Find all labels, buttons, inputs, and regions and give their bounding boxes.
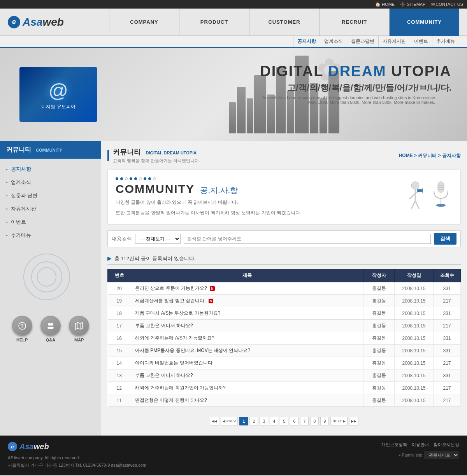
- subnav-공지사항[interactable]: 공지사항: [293, 36, 320, 47]
- qa-icon-btn[interactable]: Q&A: [40, 316, 61, 342]
- page-last[interactable]: ▶▶: [349, 417, 358, 425]
- svg-point-9: [411, 182, 419, 189]
- table-row: 19 세금계산서를 발급 받고 싶습니다. N 홍길동 2008.10.15 2…: [108, 295, 461, 307]
- post-title-link[interactable]: 부품 교환은 어디서 하나요?: [135, 323, 193, 328]
- post-title-link[interactable]: 아사웹 PMP를사용 중인데요. MOV는 재생이 안되나요?: [135, 348, 250, 353]
- community-title: COMMUNITY: [116, 182, 195, 195]
- bullet-icon: •: [6, 167, 8, 172]
- table-row: 12 해외에 거주하는데 회원가입이 가능합니까? 홍길동 2008.10.15…: [108, 382, 461, 394]
- post-title-link[interactable]: 제품 구매시 A/S는 무상으로 가능한가요?: [135, 310, 220, 316]
- cell-num: 15: [108, 345, 131, 357]
- page-4[interactable]: 4: [270, 417, 278, 425]
- svg-line-11: [409, 193, 415, 199]
- hero-screen: @ 디지털 유토피아: [19, 67, 97, 122]
- cell-title[interactable]: 해외에 거주하는데 회원가입이 가능합니까?: [131, 382, 363, 394]
- nav-product[interactable]: PRODUCT: [179, 9, 249, 36]
- map-icon-btn[interactable]: MAP: [69, 316, 89, 342]
- family-site-select[interactable]: 관련사이트 Asaweb Partner1 Partner2: [425, 451, 459, 459]
- nav-community[interactable]: COMMUNITY: [389, 9, 459, 36]
- subnav-업계소식[interactable]: 업계소식: [320, 36, 347, 47]
- cell-title[interactable]: 면접전형은 어떻게 진행이 되나요?: [131, 394, 363, 407]
- footer-link-directions[interactable]: 찾아오시는길: [434, 442, 459, 448]
- nav-recruit[interactable]: RECRUIT: [319, 9, 389, 36]
- community-banner: COMMUNITY 공.지.사.항 다양한 글들이 많이 올라와 있으니 꼭 읽…: [107, 169, 461, 225]
- new-badge: N: [210, 286, 215, 291]
- cell-title[interactable]: 제품 구매시 A/S는 무상으로 가능한가요?: [131, 307, 363, 320]
- bullet-icon: •: [6, 207, 8, 211]
- logo[interactable]: e Asaweb: [8, 16, 109, 28]
- logo-text: Asaweb: [23, 16, 64, 28]
- page-6[interactable]: 6: [290, 417, 298, 425]
- contact-link[interactable]: ✉ CONTACT US: [431, 2, 463, 7]
- page-7[interactable]: 7: [300, 417, 309, 425]
- sidebar-item-추가메뉴[interactable]: • 추가메뉴: [0, 229, 101, 242]
- page-8[interactable]: 8: [310, 417, 319, 425]
- cell-title[interactable]: 온라인 상으로 주문이 가능한가요? N: [131, 282, 363, 295]
- subnav-추가메뉴[interactable]: 추가메뉴: [432, 36, 459, 47]
- cell-title[interactable]: 부품 교환은 어디서 하나요?: [131, 320, 363, 332]
- cell-views: 331: [434, 282, 461, 295]
- cell-title[interactable]: 세금계산서를 발급 받고 싶습니다. N: [131, 295, 363, 307]
- sidebar-item-질문과답변[interactable]: • 질문과 답변: [0, 189, 101, 202]
- cell-views: 331: [434, 345, 461, 357]
- subnav-질문과답변[interactable]: 질문과답변: [347, 36, 379, 47]
- post-title-link[interactable]: 세금계산서를 발급 받고 싶습니다.: [135, 298, 205, 303]
- cell-title[interactable]: 아사웹 PMP를사용 중인데요. MOV는 재생이 안되나요?: [131, 345, 363, 357]
- page-5[interactable]: 5: [280, 417, 288, 425]
- svg-line-14: [415, 201, 419, 209]
- cell-title[interactable]: 해외에 거주하는데 A/S가 가능할까요?: [131, 332, 363, 345]
- cell-views: 331: [434, 369, 461, 382]
- hero-banner: @ 디지털 유토피아 ✿ DIGITAL DREAM UTOP: [0, 48, 467, 141]
- help-icon-btn[interactable]: ? HELP: [12, 316, 32, 342]
- footer-link-usage[interactable]: 이용안내: [412, 442, 429, 448]
- page-9[interactable]: 9: [320, 417, 329, 425]
- nav-company[interactable]: COMPANY: [109, 9, 179, 36]
- post-title-link[interactable]: 면접전형은 어떻게 진행이 되나요?: [135, 397, 207, 403]
- search-input[interactable]: [184, 234, 431, 244]
- footer: e Asaweb ASAweb company. All rights rese…: [0, 436, 467, 475]
- col-views: 조회수: [434, 269, 461, 282]
- hero-headline: DIGITAL DREAM UTOPIA: [260, 63, 451, 80]
- page-2[interactable]: 2: [249, 417, 258, 425]
- sidebar-item-자유게시판[interactable]: • 자유게시판: [0, 202, 101, 215]
- cell-title[interactable]: 부품 교환은 어디서 하나요?: [131, 369, 363, 382]
- post-title-link[interactable]: 해외에 거주하는데 회원가입이 가능합니까?: [135, 385, 226, 390]
- cell-title[interactable]: 아이디와 비밀번호는 잊어버렸습니다.: [131, 357, 363, 369]
- cell-author: 홍길동: [363, 394, 395, 407]
- sidebar-item-공지사항[interactable]: • 공지사항: [0, 163, 101, 176]
- page-next[interactable]: NEXT ▶: [330, 417, 347, 425]
- search-button[interactable]: 검색: [434, 233, 456, 245]
- table-row: 20 온라인 상으로 주문이 가능한가요? N 홍길동 2008.10.15 3…: [108, 282, 461, 295]
- table-row: 18 제품 구매시 A/S는 무상으로 가능한가요? 홍길동 2008.10.1…: [108, 307, 461, 320]
- title-bar-decoration: [107, 150, 109, 161]
- page-3[interactable]: 3: [260, 417, 268, 425]
- post-title-link[interactable]: 부품 교환은 어디서 하나요?: [135, 373, 193, 378]
- main-content: 커뮤니티 DIGITAL DREAM UTOPIA 고객의 행복을 함께 만들어…: [101, 141, 467, 436]
- subnav-자유게시판[interactable]: 자유게시판: [379, 36, 410, 47]
- page-subtitle: 고객의 행복을 함께 만들어가는 아사웹입니다.: [113, 158, 200, 163]
- page-1[interactable]: 1: [239, 417, 248, 425]
- subnav-이벤트[interactable]: 이벤트: [410, 36, 432, 47]
- top-utility-bar: 🏠 HOME ➕ SITEMAP ✉ CONTACT US: [0, 0, 467, 9]
- sitemap-link[interactable]: ➕ SITEMAP: [400, 2, 425, 7]
- cell-num: 12: [108, 382, 131, 394]
- logo-icon: e: [8, 16, 20, 28]
- cell-num: 14: [108, 357, 131, 369]
- home-link[interactable]: 🏠 HOME: [375, 2, 395, 7]
- home-icon: 🏠: [375, 2, 381, 7]
- cell-author: 홍길동: [363, 369, 395, 382]
- page-prev[interactable]: ◀ PREV: [221, 417, 238, 425]
- table-row: 17 부품 교환은 어디서 하나요? 홍길동 2008.10.15 217: [108, 320, 461, 332]
- sidebar-item-업계소식[interactable]: • 업계소식: [0, 176, 101, 189]
- sidebar-item-이벤트[interactable]: • 이벤트: [0, 215, 101, 229]
- post-title-link[interactable]: 해외에 거주하는데 A/S가 가능할까요?: [135, 335, 214, 341]
- footer-link-privacy[interactable]: 개인보호정책: [381, 442, 407, 448]
- nav-customer[interactable]: CUSTOMER: [249, 9, 319, 36]
- cell-views: 331: [434, 307, 461, 320]
- post-title-link[interactable]: 아이디와 비밀번호는 잊어버렸습니다.: [135, 360, 214, 366]
- post-title-link[interactable]: 온라인 상으로 주문이 가능한가요?: [135, 285, 207, 291]
- page-first[interactable]: ◀◀: [210, 417, 219, 425]
- table-row: 11 면접전형은 어떻게 진행이 되나요? 홍길동 2008.10.15 217: [108, 394, 461, 407]
- search-select[interactable]: --- 전체보기 --- 제목 내용 작성자: [135, 234, 181, 244]
- cell-date: 2008.10.15: [395, 332, 434, 345]
